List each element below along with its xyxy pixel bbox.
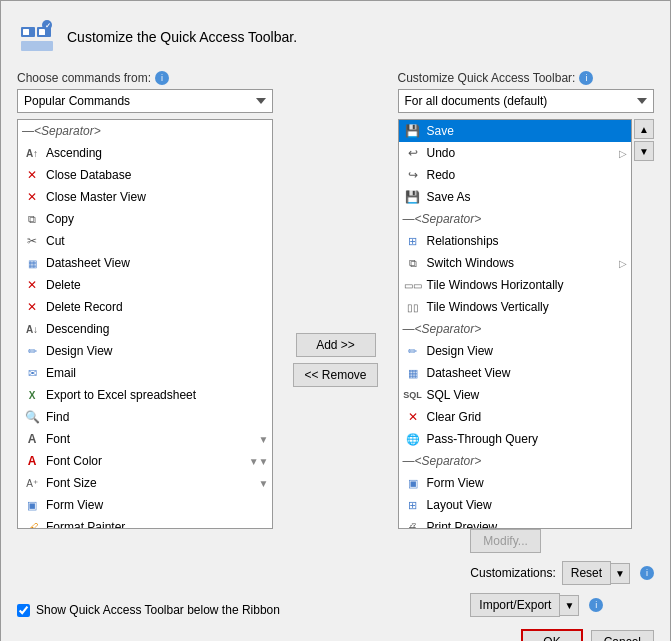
excel-icon: X: [22, 387, 42, 403]
close-db-icon: ✕: [22, 167, 42, 183]
undo-icon: ↩: [403, 145, 423, 161]
right-list[interactable]: 💾 Save ↩ Undo ▷ ↪ Redo: [398, 119, 632, 529]
separator-icon: —: [22, 124, 34, 138]
list-item[interactable]: 🖌 Format Painter: [18, 516, 272, 528]
toolbar-scope-dropdown[interactable]: For all documents (default): [398, 89, 654, 113]
list-item[interactable]: ✕ Delete Record: [18, 296, 272, 318]
list-item[interactable]: ✂ Cut: [18, 230, 272, 252]
list-item[interactable]: ✉ Email: [18, 362, 272, 384]
list-item[interactable]: A↑ Ascending: [18, 142, 272, 164]
right-list-item[interactable]: — <Separator>: [399, 318, 631, 340]
list-item[interactable]: ▣ Form View: [18, 494, 272, 516]
print-preview-icon: 🖨: [403, 519, 423, 528]
main-content: Choose commands from: i Popular Commands…: [17, 71, 654, 529]
choose-info-icon[interactable]: i: [155, 71, 169, 85]
add-button[interactable]: Add >>: [296, 333, 376, 357]
separator-icon: —: [403, 454, 415, 468]
customization-row: Customizations: Reset ▼ i: [470, 561, 654, 585]
right-list-item[interactable]: ▯▯ Tile Windows Vertically: [399, 296, 631, 318]
customize-info-icon[interactable]: i: [579, 71, 593, 85]
find-icon: 🔍: [22, 409, 42, 425]
right-list-item[interactable]: ▦ Datasheet View: [399, 362, 631, 384]
right-list-item[interactable]: ⊞ Layout View: [399, 494, 631, 516]
right-column: Customize Quick Access Toolbar: i For al…: [398, 71, 654, 529]
right-list-item[interactable]: ⧉ Switch Windows ▷: [399, 252, 631, 274]
list-item[interactable]: ▦ Datasheet View: [18, 252, 272, 274]
list-item[interactable]: A Font ▼: [18, 428, 272, 450]
customize-toolbar-dialog: ✓ Customize the Quick Access Toolbar. Ch…: [0, 0, 671, 641]
reset-button[interactable]: Reset: [562, 561, 611, 585]
tile-h-icon: ▭▭: [403, 277, 423, 293]
dialog-header: ✓ Customize the Quick Access Toolbar.: [17, 17, 654, 57]
remove-button[interactable]: << Remove: [293, 363, 377, 387]
reset-info-icon[interactable]: i: [640, 566, 654, 580]
list-item[interactable]: ✕ Close Master View: [18, 186, 272, 208]
choose-label-row: Choose commands from: i: [17, 71, 273, 85]
form-view-icon: ▣: [403, 475, 423, 491]
format-painter-icon: 🖌: [22, 519, 42, 528]
list-item[interactable]: ✕ Close Database: [18, 164, 272, 186]
bottom-area: Show Quick Access Toolbar below the Ribb…: [17, 529, 654, 617]
reset-button-group: Reset ▼: [562, 561, 630, 585]
sql-icon: SQL: [403, 387, 423, 403]
right-list-item[interactable]: 🖨 Print Preview: [399, 516, 631, 528]
ok-button[interactable]: OK: [521, 629, 582, 641]
import-export-button[interactable]: Import/Export: [470, 593, 560, 617]
modify-button[interactable]: Modify...: [470, 529, 540, 553]
right-list-item[interactable]: 💾 Save As: [399, 186, 631, 208]
list-item[interactable]: 🔍 Find: [18, 406, 272, 428]
cut-icon: ✂: [22, 233, 42, 249]
list-item[interactable]: A↓ Descending: [18, 318, 272, 340]
font-icon: A: [22, 431, 42, 447]
design-icon: ✏: [22, 343, 42, 359]
right-list-item[interactable]: ⊞ Relationships: [399, 230, 631, 252]
list-item[interactable]: X Export to Excel spreadsheet: [18, 384, 272, 406]
import-export-button-group: Import/Export ▼: [470, 593, 579, 617]
list-item[interactable]: A Font Color ▼▼: [18, 450, 272, 472]
right-list-item[interactable]: 💾 Save: [399, 120, 631, 142]
save-icon: 💾: [403, 123, 423, 139]
middle-buttons-area: Add >> << Remove: [285, 191, 385, 529]
left-bottom: Show Quick Access Toolbar below the Ribb…: [17, 593, 280, 617]
customize-label-row: Customize Quick Access Toolbar: i: [398, 71, 654, 85]
import-export-info-icon[interactable]: i: [589, 598, 603, 612]
customizations-label: Customizations:: [470, 566, 555, 580]
right-order-buttons: ▲ ▼: [634, 119, 654, 529]
show-toolbar-label: Show Quick Access Toolbar below the Ribb…: [36, 603, 280, 617]
delete-record-icon: ✕: [22, 299, 42, 315]
list-item[interactable]: ✕ Delete: [18, 274, 272, 296]
reset-dropdown-arrow[interactable]: ▼: [611, 563, 630, 584]
right-scroll-area[interactable]: 💾 Save ↩ Undo ▷ ↪ Redo: [399, 120, 631, 528]
right-list-item[interactable]: SQL SQL View: [399, 384, 631, 406]
left-list[interactable]: — <Separator> A↑ Ascending ✕ Close Datab…: [17, 119, 273, 529]
form-icon: ▣: [22, 497, 42, 513]
left-scroll-area[interactable]: — <Separator> A↑ Ascending ✕ Close Datab…: [18, 120, 272, 528]
redo-icon: ↪: [403, 167, 423, 183]
move-up-button[interactable]: ▲: [634, 119, 654, 139]
right-list-item[interactable]: ▭▭ Tile Windows Horizontally: [399, 274, 631, 296]
design-view-icon: ✏: [403, 343, 423, 359]
commands-dropdown[interactable]: Popular Commands All Commands Commands N…: [17, 89, 273, 113]
list-item[interactable]: ⧉ Copy: [18, 208, 272, 230]
choose-label: Choose commands from:: [17, 71, 151, 85]
right-list-item[interactable]: 🌐 Pass-Through Query: [399, 428, 631, 450]
right-list-item[interactable]: ✏ Design View: [399, 340, 631, 362]
move-down-button[interactable]: ▼: [634, 141, 654, 161]
list-item[interactable]: ✏ Design View: [18, 340, 272, 362]
separator-icon: —: [403, 212, 415, 226]
show-toolbar-row: Show Quick Access Toolbar below the Ribb…: [17, 603, 280, 617]
clear-grid-icon: ✕: [403, 409, 423, 425]
import-export-dropdown-arrow[interactable]: ▼: [560, 595, 579, 616]
cancel-button[interactable]: Cancel: [591, 630, 654, 641]
right-list-item[interactable]: ▣ Form View: [399, 472, 631, 494]
right-list-item[interactable]: — <Separator>: [399, 208, 631, 230]
right-list-item[interactable]: ↪ Redo: [399, 164, 631, 186]
right-list-item[interactable]: ✕ Clear Grid: [399, 406, 631, 428]
dialog-icon: ✓: [17, 17, 57, 57]
list-item[interactable]: — <Separator>: [18, 120, 272, 142]
right-list-item[interactable]: ↩ Undo ▷: [399, 142, 631, 164]
list-item[interactable]: A⁺ Font Size ▼: [18, 472, 272, 494]
right-list-area: 💾 Save ↩ Undo ▷ ↪ Redo: [398, 113, 654, 529]
right-list-item[interactable]: — <Separator>: [399, 450, 631, 472]
show-toolbar-checkbox[interactable]: [17, 604, 30, 617]
